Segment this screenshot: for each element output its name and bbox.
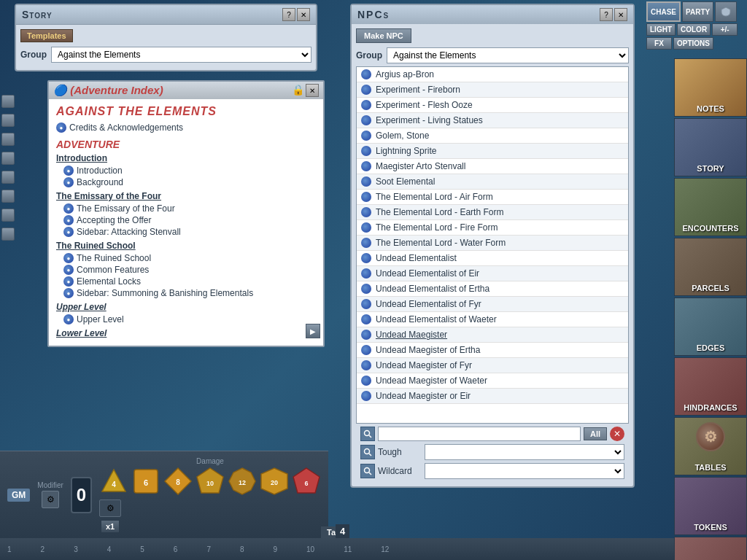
adv-item-elemental-locks[interactable]: ● Elemental Locks — [63, 276, 316, 287]
svg-point-2 — [365, 449, 370, 454]
sidebar-panel-library[interactable]: LIBRARY — [674, 537, 747, 560]
d6-red-die[interactable]: 6 — [292, 467, 321, 496]
story-close-button[interactable]: ✕ — [297, 8, 310, 21]
adv-item-background[interactable]: ● Background — [63, 176, 316, 188]
scroll-dot-2[interactable] — [1, 114, 15, 127]
scroll-dot-7[interactable] — [1, 209, 15, 222]
sidebar-panel-tokens[interactable]: TOKENS — [674, 477, 747, 535]
npc-search-input[interactable] — [378, 427, 581, 441]
adv-item-introduction[interactable]: ● Introduction — [63, 165, 316, 176]
sidebar-panel-tables[interactable]: ⚙ TABLES — [674, 417, 747, 475]
d10-die[interactable]: 10 — [196, 467, 225, 496]
npc-list-item[interactable]: The Elemental Lord - Air Form — [357, 190, 628, 205]
credits-label[interactable]: Credits & Acknowledgements — [69, 122, 183, 133]
adv-item-ruined-school[interactable]: ● The Ruined School — [63, 252, 316, 264]
d12-die[interactable]: 12 — [228, 467, 257, 496]
adv-item-sidebar-summoning[interactable]: ● Sidebar: Summoning & Banishing Element… — [63, 287, 316, 299]
scroll-dot-3[interactable] — [1, 133, 15, 146]
story-help-button[interactable]: ? — [282, 8, 295, 21]
npcs-help-button[interactable]: ? — [600, 8, 613, 21]
scroll-right-arrow[interactable]: ▶ — [306, 324, 320, 338]
encounters-label: ENCOUNTERS — [675, 224, 746, 233]
d4-die[interactable]: 4 — [99, 467, 128, 496]
npc-list-item[interactable]: Soot Elemental — [357, 174, 628, 190]
shield-icon[interactable] — [715, 1, 737, 22]
npc-list-item[interactable]: Undead Maegister of Ertha — [357, 343, 628, 358]
sidebar-panel-edges[interactable]: EDGES — [674, 298, 747, 356]
adventure-index-title: 🔵 (Adventure Index) — [53, 84, 163, 97]
adv-item-offer[interactable]: ● Accepting the Offer — [63, 214, 316, 226]
d8-die[interactable]: 8 — [163, 467, 193, 496]
sidebar-panel-story[interactable]: STORY — [674, 118, 747, 176]
modifier-settings-icon[interactable]: ⚙ — [42, 491, 59, 508]
sidebar-panel-hindrances[interactable]: HINDRANCES — [674, 357, 747, 416]
npc-list-item[interactable]: Experiment - Flesh Ooze — [357, 98, 628, 113]
npc-filter-icon[interactable]: ✕ — [610, 427, 624, 441]
party-button[interactable]: PARTY — [682, 1, 713, 22]
light-button[interactable]: LIGHT — [646, 23, 676, 36]
npc-list-item[interactable]: Argius ap-Bron — [357, 67, 628, 82]
npc-item-icon — [361, 100, 371, 110]
npc-list-item[interactable]: Golem, Stone — [357, 128, 628, 144]
tables-label: TABLES — [675, 463, 746, 472]
scroll-dot-4[interactable] — [1, 152, 15, 165]
story-window-controls: ? ✕ — [282, 8, 310, 21]
plus-minus-button[interactable]: +/- — [712, 23, 738, 36]
tough-select[interactable] — [425, 444, 624, 460]
npc-item-icon — [361, 345, 371, 355]
scroll-dot-8[interactable] — [1, 228, 15, 241]
npc-list-item[interactable]: Undead Elementalist of Fyr — [357, 297, 628, 312]
npcs-close-button[interactable]: ✕ — [614, 8, 627, 21]
tough-search-icon[interactable] — [360, 445, 375, 459]
npc-list-item[interactable]: Experiment - Fireborn — [357, 82, 628, 98]
npc-all-button[interactable]: All — [584, 427, 607, 440]
npc-list-item[interactable]: The Elemental Lord - Earth Form — [357, 205, 628, 220]
npc-list-item[interactable]: Undead Maegister or Eir — [357, 389, 628, 404]
npc-list-item[interactable]: Undead Elementalist of Ertha — [357, 281, 628, 297]
wildcard-search-icon[interactable] — [360, 464, 375, 478]
scroll-dot-6[interactable] — [1, 190, 15, 203]
x1-button[interactable]: x1 — [101, 520, 120, 533]
adv-item-sidebar-stenvall[interactable]: ● Sidebar: Attacking Stenvall — [63, 226, 316, 238]
npcs-group-select[interactable]: Against the Elements — [387, 47, 629, 63]
wildcard-select[interactable] — [425, 463, 624, 479]
story-group-select[interactable]: Against the Elements — [51, 47, 311, 63]
chase-button[interactable]: CHASE — [646, 1, 681, 22]
npc-list-item[interactable]: The Elemental Lord - Water Form — [357, 236, 628, 251]
sidebar-panel-notes[interactable]: NOTES — [674, 58, 747, 117]
npc-item-name: Undead Elementalist of Ertha — [376, 284, 489, 294]
scroll-dot-1[interactable] — [1, 95, 15, 108]
npc-list-item[interactable]: Experiment - Living Statues — [357, 113, 628, 128]
templates-button[interactable]: Templates — [20, 29, 73, 42]
sidebar-panel-parcels[interactable]: PARCELS — [674, 238, 747, 296]
d20-die[interactable]: 20 — [260, 467, 289, 496]
fx-button[interactable]: FX — [646, 37, 672, 50]
modifier-value[interactable]: 0 — [71, 477, 92, 513]
make-npc-button[interactable]: Make NPC — [356, 28, 411, 43]
adv-item-upper-level[interactable]: ● Upper Level — [63, 314, 316, 325]
adv-item-common-features[interactable]: ● Common Features — [63, 264, 316, 276]
color-button[interactable]: COLOR — [677, 23, 711, 36]
npc-list-item[interactable]: Undead Maegister of Waeter — [357, 373, 628, 389]
npc-item-name: The Elemental Lord - Fire Form — [376, 222, 498, 233]
npc-list-item[interactable]: Undead Elementalist of Eir — [357, 266, 628, 281]
npc-list-item[interactable]: Maegister Arto Stenvall — [357, 159, 628, 174]
credits-icon: ● — [56, 122, 66, 133]
sidebar-panel-encounters[interactable]: ENCOUNTERS — [674, 178, 747, 236]
story-label: STORY — [675, 164, 746, 173]
npc-list-item[interactable]: Undead Elementalist of Waeter — [357, 312, 628, 327]
npc-list-item[interactable]: Lightning Sprite — [357, 144, 628, 159]
options-button[interactable]: OPTIONS — [673, 37, 713, 50]
npc-list-item[interactable]: The Elemental Lord - Fire Form — [357, 220, 628, 236]
adv-item-emissary[interactable]: ● The Emissary of the Four — [63, 203, 316, 214]
d6-die[interactable]: 6 — [131, 467, 160, 496]
npc-list-item[interactable]: Undead Maegister — [357, 327, 628, 343]
npc-item-icon — [361, 376, 371, 386]
npc-list-item[interactable]: Undead Maegister of Fyr — [357, 358, 628, 373]
npc-list-item[interactable]: Undead Elementalist — [357, 251, 628, 266]
scroll-dot-5[interactable] — [1, 171, 15, 184]
ruined-school-text: The Ruined School — [77, 253, 151, 263]
npc-search-icon[interactable] — [360, 427, 375, 441]
dice-settings-icon[interactable]: ⚙ — [99, 499, 121, 517]
adventure-close-button[interactable]: ✕ — [306, 84, 319, 97]
